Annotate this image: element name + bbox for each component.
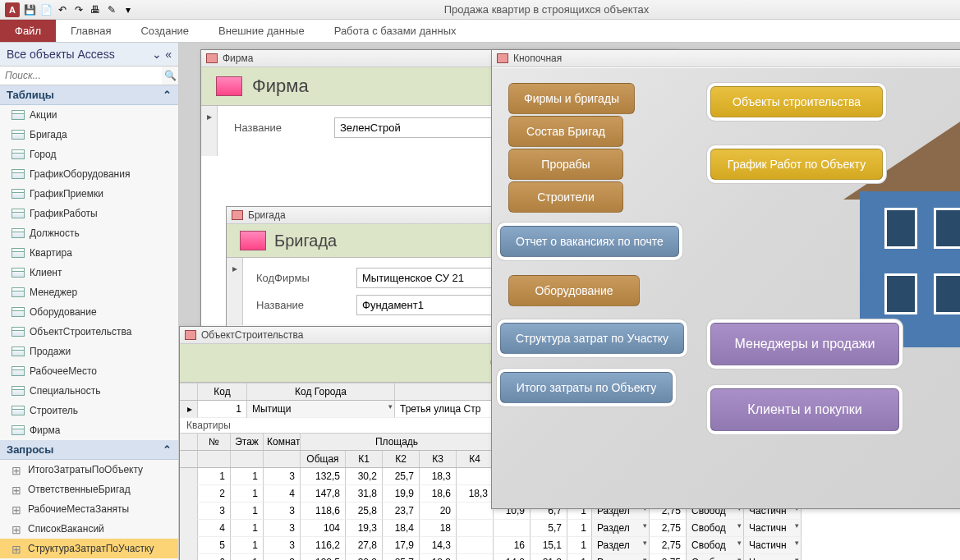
chevron-down-icon[interactable]: ⌄ « <box>152 48 172 61</box>
row-selector[interactable]: ▸ <box>180 401 198 418</box>
table-icon <box>11 248 25 258</box>
table-icon <box>11 347 25 356</box>
query-icon <box>11 484 23 495</box>
form-logo-icon <box>240 231 266 250</box>
nav-query-item[interactable]: ИтогоЗатратыПоОбъекту <box>0 460 178 480</box>
btn-oborudovanie[interactable]: Оборудование <box>508 275 640 306</box>
query-icon <box>11 543 23 554</box>
btn-grafik-rabot[interactable]: График Работ по Объекту <box>710 149 883 180</box>
brigada-name-label: Название <box>256 299 347 311</box>
btn-menedzhery[interactable]: Менеджеры и продажи <box>710 323 899 365</box>
btn-proraby[interactable]: Прорабы <box>508 149 623 180</box>
search-icon[interactable]: 🔍 <box>162 67 178 85</box>
quick-access-toolbar: A 💾 📄 ↶ ↷ 🖶 ✎ ▾ Продажа квартир в строящ… <box>0 0 960 20</box>
table-icon <box>11 189 25 199</box>
nav-table-item[interactable]: ГрафикОборудования <box>0 164 178 184</box>
btn-klienty[interactable]: Клиенты и покупки <box>710 388 899 431</box>
new-icon[interactable]: 📄 <box>39 3 53 16</box>
nav-table-item[interactable]: Акции <box>0 105 178 125</box>
col-kodgoroda[interactable]: Код Города <box>247 383 395 400</box>
table-icon <box>11 406 25 415</box>
file-tab[interactable]: Файл <box>0 20 56 42</box>
nav-query-item[interactable]: РабочиеМестаЗаняты <box>0 499 178 519</box>
tab-dbtools[interactable]: Работа с базами данных <box>319 20 471 42</box>
nav-table-item[interactable]: Менеджер <box>0 282 178 302</box>
table-icon <box>11 287 25 297</box>
nav-group-tables[interactable]: Таблицы⌃ <box>0 85 178 105</box>
tab-home[interactable]: Главная <box>56 20 126 42</box>
window-knopochnaya: Кнопочная Фирмы и бригады Состав Бригад … <box>491 49 960 509</box>
nav-query-item[interactable]: ОтветственныеБригад <box>0 480 178 499</box>
form-logo-icon <box>216 76 242 96</box>
table-icon <box>11 130 25 140</box>
tab-create[interactable]: Создание <box>126 20 204 42</box>
table-icon <box>11 110 25 120</box>
nav-search: 🔍 <box>0 67 178 85</box>
house-illustration <box>811 101 960 347</box>
collapse-icon: ⌃ <box>163 443 172 456</box>
nav-table-item[interactable]: Продажи <box>0 342 178 361</box>
undo-icon[interactable]: ↶ <box>56 3 69 16</box>
nav-table-item[interactable]: Должность <box>0 223 178 243</box>
col-kod[interactable]: Код <box>198 383 247 400</box>
brigada-heading: Бригада <box>274 232 337 250</box>
form-icon <box>185 330 196 340</box>
form-icon <box>206 53 218 63</box>
search-input[interactable] <box>0 67 162 85</box>
app-title: Продажа квартир в строящихся объектах <box>138 3 955 16</box>
tools-icon[interactable]: ✎ <box>105 3 118 16</box>
firma-name-label: Название <box>234 122 324 134</box>
nav-group-queries[interactable]: Запросы⌃ <box>0 440 178 460</box>
query-icon <box>11 523 23 535</box>
nav-table-item[interactable]: Квартира <box>0 243 178 263</box>
record-selector[interactable]: ▸ <box>201 106 218 156</box>
table-icon <box>11 228 25 238</box>
query-icon <box>11 503 23 515</box>
table-icon <box>11 307 25 317</box>
print-icon[interactable]: 🖶 <box>89 3 102 16</box>
collapse-icon: ⌃ <box>163 89 172 101</box>
nav-table-item[interactable]: ГрафикРаботы <box>0 204 178 223</box>
more-icon[interactable]: ▾ <box>122 3 135 16</box>
table-icon <box>11 149 25 159</box>
table-icon <box>11 169 25 179</box>
nav-table-item[interactable]: Город <box>0 145 178 164</box>
nav-table-item[interactable]: ОбъектСтроительства <box>0 322 178 342</box>
nav-table-item[interactable]: Фирма <box>0 420 178 440</box>
nav-query-item[interactable]: СписокВакансий <box>0 519 178 539</box>
btn-firmy-brigady[interactable]: Фирмы и бригады <box>508 83 635 114</box>
nav-header[interactable]: Все объекты Access ⌄ « <box>0 43 178 67</box>
ribbon-tabs: Файл Главная Создание Внешние данные Раб… <box>0 20 960 43</box>
mdi-canvas: Фирма Фирма ▸ Название Бригада Бригада ▸… <box>179 43 960 560</box>
nav-header-label: Все объекты Access <box>7 48 115 61</box>
btn-otchet-vakansii[interactable]: Отчет о вакансиях по почте <box>500 226 679 257</box>
kodgoroda-combo[interactable]: Мытищи <box>247 401 395 418</box>
table-icon <box>11 268 25 278</box>
save-icon[interactable]: 💾 <box>23 3 36 16</box>
btn-itogo-zatraty[interactable]: Итого затраты по Объекту <box>500 372 673 403</box>
nav-table-item[interactable]: Клиент <box>0 263 178 282</box>
access-app-icon: A <box>5 2 20 17</box>
redo-icon[interactable]: ↷ <box>72 3 85 16</box>
btn-sostav-brigad[interactable]: Состав Бригад <box>508 116 623 147</box>
btn-stroiteli[interactable]: Строители <box>508 181 623 213</box>
table-icon <box>11 386 25 396</box>
btn-objekty[interactable]: Объекты строительства <box>710 86 883 117</box>
query-icon <box>11 464 23 475</box>
window-knopochnaya-header[interactable]: Кнопочная <box>492 50 960 67</box>
nav-table-item[interactable]: ГрафикПриемки <box>0 184 178 204</box>
nav-table-item[interactable]: Специальность <box>0 381 178 401</box>
table-icon <box>11 366 25 376</box>
form-icon <box>232 210 243 220</box>
navigation-pane: Все объекты Access ⌄ « 🔍 Таблицы⌃ АкцииБ… <box>0 43 179 560</box>
record-selector[interactable]: ▸ <box>227 258 243 325</box>
nav-query-item[interactable]: СтруктураЗатратПоУчастку <box>0 539 178 558</box>
nav-table-item[interactable]: Строитель <box>0 401 178 420</box>
kodfirmy-label: КодФирмы <box>256 272 347 284</box>
nav-table-item[interactable]: Бригада <box>0 125 178 145</box>
tab-external[interactable]: Внешние данные <box>204 20 319 42</box>
table-icon <box>11 425 25 435</box>
nav-table-item[interactable]: РабочееМесто <box>0 361 178 381</box>
nav-table-item[interactable]: Оборудование <box>0 302 178 322</box>
btn-struktura-zatrat[interactable]: Структура затрат по Участку <box>500 323 684 354</box>
